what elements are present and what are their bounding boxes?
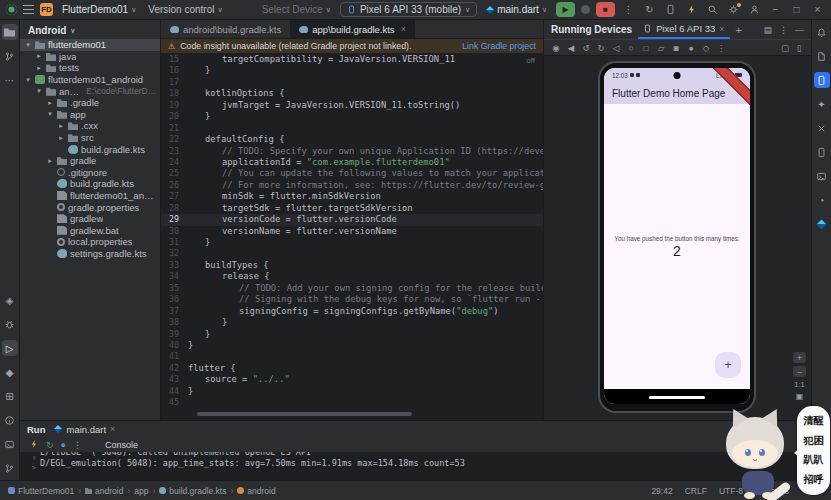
project-folder-icon[interactable] bbox=[2, 24, 18, 40]
code-line-44[interactable]: 44} bbox=[161, 386, 543, 397]
close-tab-icon[interactable]: × bbox=[719, 24, 724, 34]
tree-item-app[interactable]: ▾app bbox=[20, 109, 160, 121]
code-line-26[interactable]: 26// For more information, see: https://… bbox=[161, 180, 543, 191]
tree-item-java[interactable]: ▸java bbox=[20, 51, 160, 63]
editor-horizontal-scrollbar[interactable] bbox=[197, 412, 412, 416]
settings-gear-icon[interactable] bbox=[726, 4, 741, 15]
code-line-41[interactable]: 41 bbox=[161, 351, 543, 362]
pet-menu-item[interactable]: 清醒 bbox=[804, 416, 824, 426]
tree-item-flutterdemo01_android.iml[interactable]: flutterdemo01_android.iml bbox=[20, 190, 160, 202]
gradle-sync-icon[interactable]: ↻ bbox=[642, 4, 657, 15]
code-line-38[interactable]: 38} bbox=[161, 317, 543, 328]
screenshot-icon[interactable]: ◙ bbox=[669, 41, 683, 54]
run-button[interactable]: ▶ bbox=[556, 2, 575, 17]
more-v-icon[interactable]: ⋮ bbox=[714, 41, 728, 54]
tree-item-build.gradle.kts[interactable]: build.gradle.kts bbox=[20, 143, 160, 155]
code-line-24[interactable]: 24applicationId = "com.example.flutterde… bbox=[161, 157, 543, 168]
terminal-icon[interactable] bbox=[2, 436, 18, 452]
logcat-icon[interactable] bbox=[814, 168, 830, 184]
tree-item-gradlew.bat[interactable]: gradlew.bat bbox=[20, 225, 160, 237]
editor-tab-app-gradle[interactable]: app\build.gradle.kts × bbox=[290, 20, 415, 38]
project-view-selector[interactable]: Android ∨ bbox=[20, 22, 160, 39]
fold-icon[interactable]: ▱ bbox=[654, 41, 668, 54]
pet-menu-item[interactable]: 趴趴 bbox=[804, 455, 824, 465]
tree-item-build.gradle.kts[interactable]: build.gradle.kts bbox=[20, 178, 160, 190]
code-line-16[interactable]: 16} bbox=[161, 65, 543, 76]
line-ending[interactable]: CRLF bbox=[685, 486, 707, 496]
notifications-bell-icon[interactable] bbox=[814, 24, 830, 40]
problems-icon[interactable] bbox=[2, 412, 18, 428]
hot-reload-icon[interactable] bbox=[29, 439, 39, 451]
select-device-widget[interactable]: Select Device ∨ bbox=[259, 3, 334, 16]
breadcrumb-app[interactable]: app bbox=[134, 486, 148, 496]
breadcrumb-android[interactable]: android bbox=[237, 486, 275, 496]
code-line-28[interactable]: 28targetSdk = flutter.targetSdkVersion bbox=[161, 203, 543, 214]
build-grid-icon[interactable]: ⊞ bbox=[2, 388, 18, 404]
tree-item-.gradle[interactable]: ▸.gradle bbox=[20, 97, 160, 109]
code-line-29[interactable]: 29versionCode = flutter.versionCode bbox=[161, 214, 543, 225]
more-actions-icon[interactable]: ⋮ bbox=[621, 4, 636, 15]
breadcrumb-android[interactable]: android bbox=[85, 486, 123, 496]
run-play-icon[interactable]: ▷ bbox=[2, 340, 18, 356]
code-line-22[interactable]: 22defaultConfig { bbox=[161, 134, 543, 145]
window-layout-icon[interactable]: ▤ bbox=[763, 25, 772, 35]
emulator-phone[interactable]: 12:03 LTE bbox=[598, 61, 756, 413]
code-line-40[interactable]: 40} bbox=[161, 340, 543, 351]
git-branch-icon[interactable] bbox=[2, 460, 18, 476]
code-line-25[interactable]: 25// You can update the following values… bbox=[161, 168, 543, 179]
more-options-icon[interactable]: ⋮ bbox=[779, 25, 788, 35]
tree-item-gradle.properties[interactable]: gradle.properties bbox=[20, 201, 160, 213]
minimize-icon[interactable]: − bbox=[768, 4, 783, 15]
device-manager-icon[interactable] bbox=[814, 144, 830, 160]
hot-restart-icon[interactable]: ↻ bbox=[46, 440, 54, 450]
close-tab-icon[interactable]: × bbox=[401, 24, 406, 34]
code-line-21[interactable]: 21 bbox=[161, 123, 543, 134]
increment-fab-button[interactable]: + bbox=[715, 352, 741, 378]
power-icon[interactable]: ◉ bbox=[549, 41, 563, 54]
overview-icon[interactable]: □ bbox=[639, 41, 653, 54]
tree-item-gradlew[interactable]: gradlew bbox=[20, 213, 160, 225]
inspection-highlight-badge[interactable]: off bbox=[526, 56, 535, 65]
profiler-icon[interactable]: ◔ bbox=[814, 192, 830, 208]
maximize-icon[interactable]: □ bbox=[789, 4, 804, 15]
project-switcher[interactable]: FlutterDemo01 ∨ bbox=[59, 3, 139, 16]
rotate-left-icon[interactable]: ↺ bbox=[579, 41, 593, 54]
console-output[interactable]: ↑ > E/libEGL ( 5048): called unimplement… bbox=[20, 452, 811, 480]
code-line-37[interactable]: 37signingConfig = signingConfigs.getByNa… bbox=[161, 306, 543, 317]
gesture-pill[interactable] bbox=[649, 396, 705, 399]
code-line-34[interactable]: 34release { bbox=[161, 271, 543, 282]
zoom-in-button[interactable]: + bbox=[793, 352, 806, 363]
code-line-45[interactable]: 45 bbox=[161, 397, 543, 408]
more-h-icon[interactable]: ⋯ bbox=[2, 72, 18, 88]
device-mirror-icon[interactable]: ▯ bbox=[792, 41, 806, 54]
back-icon[interactable]: ◁ bbox=[609, 41, 623, 54]
main-menu-icon[interactable] bbox=[23, 5, 34, 14]
device-explorer-icon[interactable] bbox=[814, 48, 830, 64]
tree-item-.gitignore[interactable]: .gitignore bbox=[20, 167, 160, 179]
code-line-42[interactable]: 42flutter { bbox=[161, 363, 543, 374]
devtools-icon[interactable]: ● bbox=[61, 440, 66, 450]
flutter-inspector-icon[interactable] bbox=[814, 216, 830, 232]
code-editor[interactable]: off 15targetCompatibility = JavaVersion.… bbox=[161, 53, 543, 420]
hide-panel-icon[interactable]: — bbox=[795, 25, 804, 35]
record-icon[interactable]: ● bbox=[684, 41, 698, 54]
bug-icon[interactable] bbox=[2, 316, 18, 332]
vcs-widget[interactable]: Version control ∨ bbox=[145, 3, 225, 16]
commit-icon[interactable] bbox=[2, 48, 18, 64]
tree-item-android[interactable]: ▾androidE:\code\FlutterDemo01\andr bbox=[20, 85, 160, 97]
device-manager-icon[interactable] bbox=[663, 4, 678, 15]
close-tab-icon[interactable]: × bbox=[110, 424, 115, 434]
bookmarks-icon[interactable]: ◈ bbox=[2, 292, 18, 308]
user-account-icon[interactable] bbox=[747, 4, 762, 15]
device-selector[interactable]: Pixel 6 API 33 (mobile) ∨ bbox=[340, 2, 477, 17]
code-line-36[interactable]: 36// Signing with the debug keys for now… bbox=[161, 294, 543, 305]
volume-icon[interactable]: ◀ bbox=[564, 41, 578, 54]
device-tab-pixel6[interactable]: Pixel 6 API 33 × bbox=[638, 20, 729, 39]
tree-item-gradle[interactable]: ▸gradle bbox=[20, 155, 160, 167]
pet-mascot[interactable] bbox=[722, 407, 796, 499]
link-gradle-project-link[interactable]: Link Gradle project bbox=[462, 41, 536, 51]
add-device-tab-icon[interactable]: + bbox=[736, 24, 742, 36]
profiler-bolt-icon[interactable] bbox=[684, 4, 699, 15]
tree-item-local.properties[interactable]: local.properties bbox=[20, 236, 160, 248]
more-options-icon[interactable]: ⋮ bbox=[73, 440, 82, 450]
